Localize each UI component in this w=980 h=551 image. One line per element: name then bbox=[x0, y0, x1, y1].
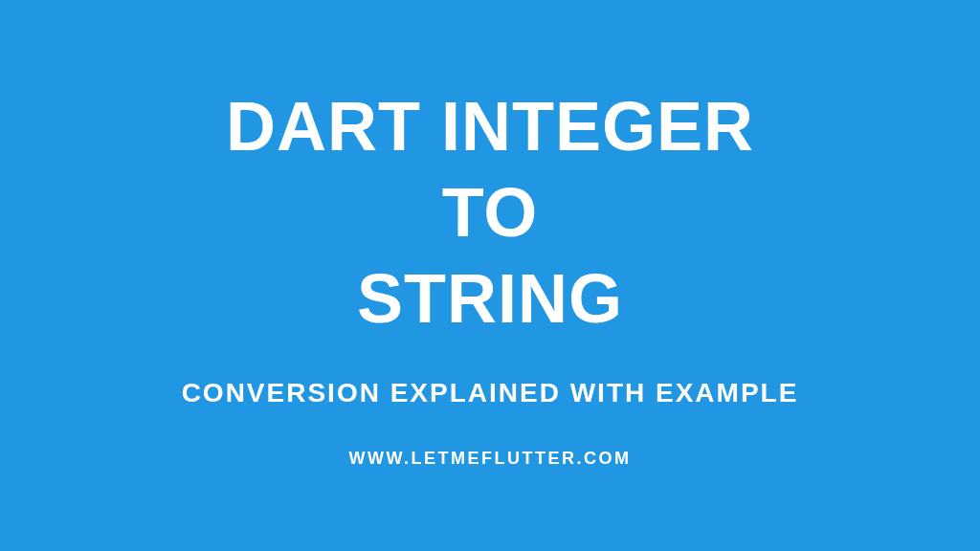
title-line-1: DART INTEGER bbox=[226, 83, 754, 169]
title-line-2: TO bbox=[226, 169, 754, 255]
subtitle: CONVERSION EXPLAINED WITH EXAMPLE bbox=[182, 378, 799, 408]
website-url: WWW.LETMEFLUTTER.COM bbox=[349, 449, 632, 469]
main-title: DART INTEGER TO STRING bbox=[226, 83, 754, 342]
title-line-3: STRING bbox=[226, 255, 754, 342]
